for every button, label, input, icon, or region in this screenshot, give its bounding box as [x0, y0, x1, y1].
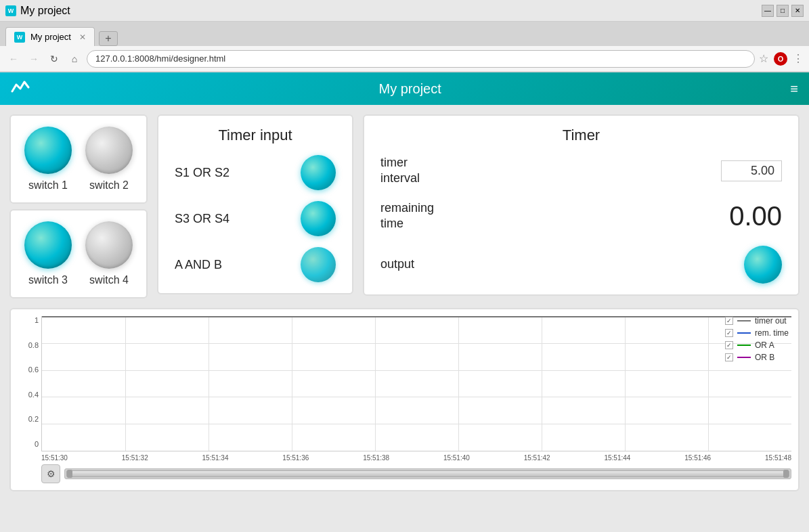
chart-y-axis: 1 0.8 0.6 0.4 0.2 0 — [18, 316, 41, 462]
v-grid-4 — [375, 316, 376, 451]
new-tab-button[interactable]: + — [99, 31, 118, 46]
y-label-08: 0.8 — [28, 341, 39, 349]
y-label-04: 0.4 — [28, 391, 39, 399]
close-button[interactable]: ✕ — [791, 5, 804, 17]
switch-4-item: switch 4 — [85, 221, 133, 286]
tab-label: My project — [30, 32, 71, 42]
legend-rem-time-label: rem. time — [755, 328, 789, 338]
remaining-time-value: 0.00 — [729, 201, 782, 231]
grid-line-80 — [42, 343, 791, 344]
opera-icon[interactable]: O — [774, 52, 787, 66]
switch-1-button[interactable] — [24, 127, 72, 174]
x-label-9: 15:51:48 — [765, 454, 791, 462]
remaining-time-label: remainingtime — [380, 200, 434, 232]
timer-interval-label: timerinterval — [380, 155, 420, 187]
legend-or-a-label: OR A — [755, 340, 774, 350]
s3-or-s4-row: S3 OR S4 — [175, 201, 336, 236]
refresh-button[interactable]: ↻ — [46, 51, 62, 67]
app-logo — [11, 78, 30, 100]
forward-button[interactable]: → — [26, 51, 42, 67]
address-bar[interactable]: 127.0.0.1:8008/hmi/designer.html — [87, 50, 755, 68]
switch-3-button[interactable] — [24, 221, 72, 269]
app-header: My project ≡ — [0, 72, 809, 105]
timer-input-title: Timer input — [175, 127, 336, 144]
output-indicator — [744, 246, 782, 284]
x-label-6: 15:51:42 — [524, 454, 550, 462]
switch-1-label: switch 1 — [28, 179, 68, 192]
grid-line-20 — [42, 424, 791, 424]
minimize-button[interactable]: — — [762, 5, 774, 17]
switch-box-2: switch 3 switch 4 — [9, 209, 148, 298]
s1-or-s2-row: S1 OR S2 — [175, 155, 336, 190]
back-button[interactable]: ← — [5, 51, 22, 67]
chart-scrollbar-track[interactable] — [64, 468, 791, 479]
v-grid-6 — [542, 316, 542, 451]
legend-or-a-checkbox[interactable] — [725, 341, 733, 349]
output-row: output — [380, 246, 782, 284]
legend-timer-out-checkbox[interactable] — [725, 317, 733, 325]
legend-timer-out: timer out — [725, 316, 789, 326]
a-and-b-label: A AND B — [175, 258, 222, 272]
switch-2-button[interactable] — [85, 127, 133, 174]
browser-menu-icon[interactable]: ⋮ — [793, 52, 804, 65]
title-bar-left: W My project — [5, 5, 70, 17]
switch-1-item: switch 1 — [24, 127, 72, 192]
legend-or-b-line — [737, 357, 751, 358]
browser-tab-icon: W — [5, 5, 16, 16]
window-controls[interactable]: — □ ✕ — [762, 5, 804, 17]
legend-or-a: OR A — [725, 340, 789, 350]
remaining-time-row: remainingtime 0.00 — [380, 200, 782, 232]
timer-interval-input[interactable] — [721, 160, 782, 181]
top-row: switch 1 switch 2 switch 3 switch 4 — [9, 114, 800, 298]
y-label-02: 0.2 — [28, 415, 39, 423]
legend-or-b: OR B — [725, 353, 789, 362]
chart-settings-button[interactable]: ⚙ — [41, 464, 60, 483]
legend-rem-time: rem. time — [725, 328, 789, 338]
x-label-5: 15:51:40 — [443, 454, 470, 462]
browser-chrome: W My project — □ ✕ W My project ✕ + ← → … — [0, 0, 809, 72]
v-grid-1 — [125, 316, 126, 451]
x-label-2: 15:51:34 — [202, 454, 229, 462]
switch-2-label: switch 2 — [89, 179, 129, 192]
v-grid-7 — [625, 316, 626, 451]
chart-inner: 1 0.8 0.6 0.4 0.2 0 — [18, 316, 791, 462]
v-grid-2 — [209, 316, 209, 451]
maximize-button[interactable]: □ — [777, 5, 789, 17]
s1-or-s2-label: S1 OR S2 — [175, 166, 229, 180]
legend-or-a-line — [737, 345, 751, 346]
tab-bar: W My project ✕ + — [0, 22, 809, 46]
x-label-8: 15:51:46 — [684, 454, 711, 462]
legend-or-b-label: OR B — [755, 353, 774, 362]
grid-line-40 — [42, 397, 791, 397]
switches-panel: switch 1 switch 2 switch 3 switch 4 — [9, 114, 148, 298]
switch-2-item: switch 2 — [85, 127, 133, 192]
title-bar-text: My project — [20, 5, 70, 17]
x-label-3: 15:51:36 — [282, 454, 309, 462]
title-bar: W My project — □ ✕ — [0, 0, 809, 22]
scrollbar-handle-right[interactable] — [783, 470, 789, 478]
scrollbar-handle-left[interactable] — [67, 470, 72, 478]
app-menu-icon[interactable]: ≡ — [790, 81, 798, 97]
chart-grid — [41, 316, 791, 451]
timer-title: Timer — [380, 127, 782, 144]
a-and-b-indicator — [301, 247, 336, 282]
x-label-1: 15:51:32 — [122, 454, 148, 462]
s3-or-s4-label: S3 OR S4 — [175, 212, 229, 226]
chart-legend: timer out rem. time OR A OR B — [725, 316, 789, 362]
x-label-4: 15:51:38 — [363, 454, 389, 462]
switch-3-item: switch 3 — [24, 221, 72, 286]
y-label-1: 1 — [35, 316, 39, 324]
bookmark-icon[interactable]: ☆ — [759, 52, 768, 65]
legend-rem-time-checkbox[interactable] — [725, 329, 733, 337]
switch-4-button[interactable] — [85, 221, 133, 269]
browser-tab[interactable]: W My project ✕ — [5, 27, 95, 46]
timer-interval-row: timerinterval — [380, 155, 782, 187]
home-button[interactable]: ⌂ — [66, 51, 83, 67]
chart-main: 15:51:30 15:51:32 15:51:34 15:51:36 15:5… — [41, 316, 791, 462]
tab-close-button[interactable]: ✕ — [79, 32, 86, 42]
chart-scrollbar-thumb[interactable] — [66, 470, 789, 477]
timer-input-panel: Timer input S1 OR S2 S3 OR S4 A AND B — [157, 114, 353, 294]
output-label: output — [380, 257, 414, 272]
legend-or-b-checkbox[interactable] — [725, 353, 733, 361]
scrollbar-area: ⚙ — [18, 464, 791, 483]
